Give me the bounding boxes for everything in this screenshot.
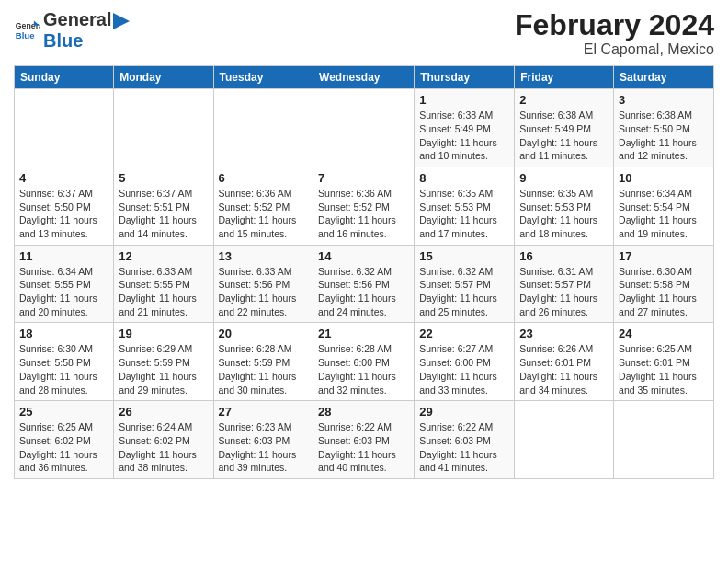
- calendar-cell: 8Sunrise: 6:35 AMSunset: 5:53 PMDaylight…: [415, 167, 515, 245]
- logo-blue-text: Blue: [43, 30, 130, 52]
- day-number: 24: [619, 327, 709, 340]
- day-number: 13: [219, 249, 309, 263]
- calendar-cell: 11Sunrise: 6:34 AMSunset: 5:55 PMDayligh…: [15, 245, 114, 323]
- day-number: 21: [318, 327, 409, 340]
- day-info: Sunrise: 6:36 AMSunset: 5:52 PMDaylight:…: [318, 187, 409, 241]
- calendar-cell: 24Sunrise: 6:25 AMSunset: 6:01 PMDayligh…: [614, 323, 714, 401]
- day-number: 16: [519, 249, 609, 263]
- day-info: Sunrise: 6:34 AMSunset: 5:55 PMDaylight:…: [19, 265, 108, 319]
- day-info: Sunrise: 6:28 AMSunset: 5:59 PMDaylight:…: [219, 342, 309, 396]
- day-number: 29: [419, 405, 509, 419]
- calendar-cell: 23Sunrise: 6:26 AMSunset: 6:01 PMDayligh…: [515, 323, 614, 401]
- day-info: Sunrise: 6:29 AMSunset: 5:59 PMDaylight:…: [119, 342, 208, 396]
- day-number: 6: [219, 171, 309, 185]
- calendar-cell: 12Sunrise: 6:33 AMSunset: 5:55 PMDayligh…: [114, 245, 213, 323]
- day-info: Sunrise: 6:38 AMSunset: 5:49 PMDaylight:…: [419, 109, 509, 163]
- day-info: Sunrise: 6:38 AMSunset: 5:50 PMDaylight:…: [619, 109, 709, 163]
- page-header: General Blue General Blue February 2024 …: [14, 9, 714, 58]
- calendar-cell: [515, 401, 614, 479]
- day-number: 10: [619, 171, 709, 185]
- day-info: Sunrise: 6:35 AMSunset: 5:53 PMDaylight:…: [519, 187, 609, 241]
- day-info: Sunrise: 6:32 AMSunset: 5:56 PMDaylight:…: [318, 265, 409, 319]
- day-info: Sunrise: 6:34 AMSunset: 5:54 PMDaylight:…: [619, 187, 709, 241]
- day-number: 26: [119, 405, 208, 419]
- day-info: Sunrise: 6:28 AMSunset: 6:00 PMDaylight:…: [318, 342, 409, 396]
- day-info: Sunrise: 6:26 AMSunset: 6:01 PMDaylight:…: [519, 342, 609, 396]
- calendar-cell: 16Sunrise: 6:31 AMSunset: 5:57 PMDayligh…: [515, 245, 614, 323]
- title-block: February 2024 El Capomal, Mexico: [515, 9, 714, 58]
- header-saturday: Saturday: [614, 66, 714, 89]
- header-wednesday: Wednesday: [313, 66, 415, 89]
- day-number: 25: [19, 405, 108, 419]
- day-info: Sunrise: 6:23 AMSunset: 6:03 PMDaylight:…: [219, 420, 309, 475]
- day-number: 15: [419, 249, 509, 263]
- day-info: Sunrise: 6:36 AMSunset: 5:52 PMDaylight:…: [219, 187, 309, 241]
- day-info: Sunrise: 6:25 AMSunset: 6:02 PMDaylight:…: [19, 420, 108, 475]
- calendar-cell: 17Sunrise: 6:30 AMSunset: 5:58 PMDayligh…: [614, 245, 714, 323]
- day-number: 27: [219, 405, 309, 419]
- day-info: Sunrise: 6:30 AMSunset: 5:58 PMDaylight:…: [19, 342, 108, 396]
- calendar-cell: 18Sunrise: 6:30 AMSunset: 5:58 PMDayligh…: [15, 323, 114, 401]
- calendar-cell: [114, 89, 213, 167]
- day-info: Sunrise: 6:32 AMSunset: 5:57 PMDaylight:…: [419, 265, 509, 319]
- calendar-cell: 6Sunrise: 6:36 AMSunset: 5:52 PMDaylight…: [213, 167, 313, 245]
- calendar-cell: 19Sunrise: 6:29 AMSunset: 5:59 PMDayligh…: [114, 323, 213, 401]
- day-number: 7: [318, 171, 409, 185]
- day-number: 22: [419, 327, 509, 340]
- week-row-2: 4Sunrise: 6:37 AMSunset: 5:50 PMDaylight…: [15, 167, 714, 245]
- calendar-cell: [313, 89, 415, 167]
- day-info: Sunrise: 6:25 AMSunset: 6:01 PMDaylight:…: [619, 342, 709, 396]
- calendar-cell: 2Sunrise: 6:38 AMSunset: 5:49 PMDaylight…: [515, 89, 614, 167]
- calendar-cell: [15, 89, 114, 167]
- week-row-3: 11Sunrise: 6:34 AMSunset: 5:55 PMDayligh…: [15, 245, 714, 323]
- calendar-cell: 29Sunrise: 6:22 AMSunset: 6:03 PMDayligh…: [415, 401, 515, 479]
- day-number: 12: [119, 249, 208, 263]
- day-info: Sunrise: 6:22 AMSunset: 6:03 PMDaylight:…: [419, 420, 509, 475]
- day-number: 4: [19, 171, 108, 185]
- calendar-cell: 13Sunrise: 6:33 AMSunset: 5:56 PMDayligh…: [213, 245, 313, 323]
- header-thursday: Thursday: [415, 66, 515, 89]
- day-number: 20: [219, 327, 309, 340]
- calendar-cell: [213, 89, 313, 167]
- day-number: 23: [519, 327, 609, 340]
- day-info: Sunrise: 6:37 AMSunset: 5:50 PMDaylight:…: [19, 187, 108, 241]
- day-info: Sunrise: 6:33 AMSunset: 5:55 PMDaylight:…: [119, 265, 208, 319]
- month-title: February 2024: [515, 9, 714, 41]
- calendar-header-row: SundayMondayTuesdayWednesdayThursdayFrid…: [15, 66, 714, 89]
- day-info: Sunrise: 6:37 AMSunset: 5:51 PMDaylight:…: [119, 187, 208, 241]
- logo-general-text: General: [43, 9, 130, 30]
- logo: General Blue General Blue: [14, 9, 130, 52]
- header-monday: Monday: [114, 66, 213, 89]
- calendar-cell: 26Sunrise: 6:24 AMSunset: 6:02 PMDayligh…: [114, 401, 213, 479]
- day-number: 28: [318, 405, 409, 419]
- calendar-cell: 22Sunrise: 6:27 AMSunset: 6:00 PMDayligh…: [415, 323, 515, 401]
- calendar-cell: 20Sunrise: 6:28 AMSunset: 5:59 PMDayligh…: [213, 323, 313, 401]
- calendar-table: SundayMondayTuesdayWednesdayThursdayFrid…: [14, 65, 714, 479]
- week-row-4: 18Sunrise: 6:30 AMSunset: 5:58 PMDayligh…: [15, 323, 714, 401]
- calendar-cell: 15Sunrise: 6:32 AMSunset: 5:57 PMDayligh…: [415, 245, 515, 323]
- day-number: 17: [619, 249, 709, 263]
- day-number: 14: [318, 249, 409, 263]
- day-info: Sunrise: 6:31 AMSunset: 5:57 PMDaylight:…: [519, 265, 609, 319]
- svg-marker-4: [113, 13, 130, 29]
- day-info: Sunrise: 6:38 AMSunset: 5:49 PMDaylight:…: [519, 109, 609, 163]
- day-number: 18: [19, 327, 108, 340]
- day-info: Sunrise: 6:35 AMSunset: 5:53 PMDaylight:…: [419, 187, 509, 241]
- calendar-cell: 5Sunrise: 6:37 AMSunset: 5:51 PMDaylight…: [114, 167, 213, 245]
- day-number: 2: [519, 93, 609, 107]
- header-friday: Friday: [515, 66, 614, 89]
- day-number: 11: [19, 249, 108, 263]
- calendar-cell: 1Sunrise: 6:38 AMSunset: 5:49 PMDaylight…: [415, 89, 515, 167]
- calendar-cell: 9Sunrise: 6:35 AMSunset: 5:53 PMDaylight…: [515, 167, 614, 245]
- day-number: 9: [519, 171, 609, 185]
- calendar-cell: 14Sunrise: 6:32 AMSunset: 5:56 PMDayligh…: [313, 245, 415, 323]
- calendar-cell: 21Sunrise: 6:28 AMSunset: 6:00 PMDayligh…: [313, 323, 415, 401]
- calendar-cell: [614, 401, 714, 479]
- week-row-5: 25Sunrise: 6:25 AMSunset: 6:02 PMDayligh…: [15, 401, 714, 479]
- day-number: 1: [419, 93, 509, 107]
- logo-icon: General Blue: [14, 17, 40, 43]
- calendar-cell: 3Sunrise: 6:38 AMSunset: 5:50 PMDaylight…: [614, 89, 714, 167]
- svg-text:Blue: Blue: [16, 30, 35, 40]
- day-info: Sunrise: 6:24 AMSunset: 6:02 PMDaylight:…: [119, 420, 208, 475]
- calendar-cell: 27Sunrise: 6:23 AMSunset: 6:03 PMDayligh…: [213, 401, 313, 479]
